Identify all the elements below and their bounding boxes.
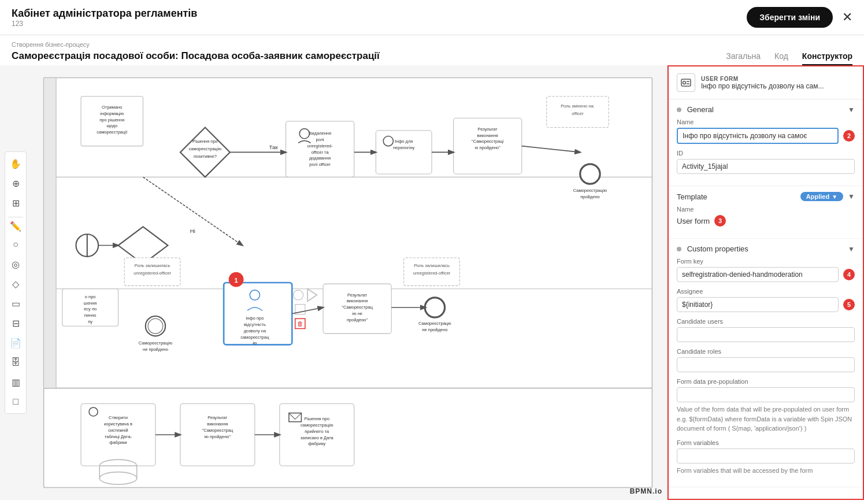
close-button[interactable]: ✕ bbox=[842, 10, 852, 25]
form-data-field-group: Form data pre-population Value of the fo… bbox=[677, 378, 855, 433]
svg-point-93 bbox=[99, 472, 136, 484]
template-name-value: User form bbox=[677, 217, 710, 225]
tool-circle[interactable]: ○ bbox=[8, 236, 24, 253]
svg-text:officer: officer bbox=[572, 111, 584, 116]
svg-text:1: 1 bbox=[234, 276, 238, 284]
candidate-users-field-group: Candidate users bbox=[677, 318, 855, 342]
form-key-input[interactable] bbox=[677, 267, 839, 282]
assignee-field-group: Assignee 5 bbox=[677, 288, 855, 312]
header-right: Зберегти зміни ✕ bbox=[747, 7, 852, 28]
tool-diamond[interactable]: ◇ bbox=[8, 276, 24, 292]
svg-text:виконання: виконання bbox=[477, 133, 498, 138]
svg-text:officer та: officer та bbox=[312, 150, 329, 155]
main-area: ✋ ⊕ ⊞ ✏️ ○ ◎ ◇ ▭ ⊟ 📄 🗄 ▥ □ bbox=[0, 65, 864, 500]
general-dot bbox=[677, 108, 681, 112]
tool-circle-fill[interactable]: ◎ bbox=[8, 256, 24, 272]
name-label: Name bbox=[677, 118, 855, 125]
name-field-group: Name 2 bbox=[677, 118, 855, 144]
bpmn-diagram: о про шення есу по пинно пу Самореєстрац… bbox=[29, 65, 667, 500]
svg-text:Результат: Результат bbox=[207, 415, 228, 420]
svg-text:пинно: пинно bbox=[84, 313, 97, 318]
tool-save[interactable]: ⊟ bbox=[8, 315, 24, 331]
tool-pen[interactable]: ✏️ bbox=[8, 217, 24, 233]
candidate-roles-input[interactable] bbox=[677, 357, 855, 372]
form-data-label: Form data pre-population bbox=[677, 378, 855, 385]
svg-text:виконання: виконання bbox=[207, 421, 228, 427]
header-left: Кабінет адміністратора регламентів 123 bbox=[12, 8, 197, 28]
svg-text:самореєстрації: самореєстрації bbox=[97, 129, 128, 135]
svg-point-29 bbox=[293, 290, 303, 300]
custom-props-dot bbox=[677, 247, 681, 251]
tab-code[interactable]: Код bbox=[774, 51, 788, 65]
svg-text:"Самореєстрац: "Самореєстрац bbox=[342, 305, 373, 310]
svg-text:Самореєстрацію: Самореєстрацію bbox=[573, 188, 607, 193]
svg-text:"Самореєстраці: "Самореєстраці bbox=[472, 139, 504, 144]
svg-text:прийнято та: прийнято та bbox=[305, 429, 329, 434]
id-input[interactable] bbox=[677, 159, 855, 174]
svg-text:пройдено": пройдено" bbox=[347, 317, 368, 323]
assignee-input[interactable] bbox=[677, 297, 839, 312]
badge-5: 5 bbox=[843, 299, 855, 310]
tool-pointer[interactable]: ⊕ bbox=[8, 175, 24, 191]
svg-text:перелогіну: перелогіну bbox=[393, 145, 415, 150]
custom-props-chevron: ▼ bbox=[848, 245, 855, 253]
candidate-users-input[interactable] bbox=[677, 327, 855, 342]
svg-text:самореєстрац: самореєстрац bbox=[240, 335, 269, 340]
svg-text:користувача в: користувача в bbox=[104, 421, 132, 427]
form-data-input[interactable] bbox=[677, 387, 855, 402]
svg-text:щодо: щодо bbox=[106, 123, 117, 128]
panel-type: USER FORM bbox=[701, 76, 824, 82]
template-badge[interactable]: Applied ▼ bbox=[800, 192, 843, 201]
svg-text:Так: Так bbox=[269, 144, 279, 150]
template-section-header[interactable]: Template Applied ▼ ▼ bbox=[677, 192, 855, 201]
right-panel: USER FORM Інфо про відсутність дозволу н… bbox=[668, 65, 864, 500]
tool-panel[interactable]: ▥ bbox=[8, 374, 24, 390]
svg-text:unregistered-officer: unregistered-officer bbox=[134, 270, 171, 276]
tool-square[interactable]: □ bbox=[8, 394, 24, 410]
template-name-field-group: Name User form 3 bbox=[677, 206, 855, 227]
form-key-row: 4 bbox=[677, 267, 855, 282]
svg-text:Видалення: Видалення bbox=[309, 131, 331, 136]
svg-text:🗑: 🗑 bbox=[297, 320, 303, 327]
tool-db[interactable]: 🗄 bbox=[8, 354, 24, 370]
svg-text:Інфо про: Інфо про bbox=[246, 316, 264, 321]
svg-rect-5 bbox=[44, 77, 56, 388]
general-title: General bbox=[677, 105, 714, 114]
tool-lasso[interactable]: ⊞ bbox=[8, 195, 24, 211]
general-section-header[interactable]: General ▼ bbox=[677, 105, 855, 114]
svg-text:позитивне?: позитивне? bbox=[194, 154, 217, 159]
id-field-group: ID bbox=[677, 150, 855, 174]
svg-text:Роль залишилась: Роль залишилась bbox=[135, 263, 170, 268]
page-title: Самореєстрація посадової особи: Посадова… bbox=[12, 50, 380, 62]
svg-text:Роль залишилась: Роль залишилась bbox=[414, 263, 450, 268]
panel-name-short: Інфо про відсутність дозволу на сам... bbox=[701, 82, 824, 90]
svg-text:ю пройдено": ю пройдено" bbox=[475, 145, 500, 150]
tab-general[interactable]: Загальна bbox=[726, 51, 761, 65]
badge-2: 2 bbox=[843, 130, 855, 142]
bpmn-canvas[interactable]: о про шення есу по пинно пу Самореєстрац… bbox=[29, 65, 667, 500]
svg-text:фабрики: фабрики bbox=[109, 440, 127, 445]
svg-text:шення: шення bbox=[84, 301, 97, 306]
candidate-users-label: Candidate users bbox=[677, 318, 855, 325]
form-variables-input[interactable] bbox=[677, 449, 855, 464]
app-header: Кабінет адміністратора регламентів 123 З… bbox=[0, 0, 864, 35]
svg-point-17 bbox=[148, 318, 163, 333]
badge-3: 3 bbox=[714, 215, 726, 227]
svg-text:Результат: Результат bbox=[347, 292, 368, 298]
custom-properties-header[interactable]: Custom properties ▼ bbox=[677, 244, 855, 253]
form-variables-field-group: Form variables Form variables that will … bbox=[677, 439, 855, 476]
tool-hand[interactable]: ✋ bbox=[8, 155, 24, 172]
tool-doc[interactable]: 📄 bbox=[8, 335, 24, 351]
tab-constructor[interactable]: Конструктор bbox=[802, 51, 852, 65]
save-button[interactable]: Зберегти зміни bbox=[747, 7, 833, 28]
bpmn-watermark: BPMN.io bbox=[630, 487, 662, 495]
tool-rect[interactable]: ▭ bbox=[8, 295, 24, 312]
canvas-area[interactable]: ✋ ⊕ ⊞ ✏️ ○ ◎ ◇ ▭ ⊟ 📄 🗄 ▥ □ bbox=[0, 65, 668, 500]
breadcrumb-area: Створення бізнес-процесу Самореєстрація … bbox=[12, 41, 380, 62]
svg-text:інформацію: інформацію bbox=[100, 111, 124, 116]
name-input[interactable] bbox=[677, 128, 839, 144]
svg-text:таблиці Дата-: таблиці Дата- bbox=[105, 434, 132, 439]
svg-text:Рішення про: Рішення про bbox=[304, 416, 329, 421]
template-badge-chevron: ▼ bbox=[832, 194, 837, 200]
svg-point-40 bbox=[425, 298, 444, 317]
